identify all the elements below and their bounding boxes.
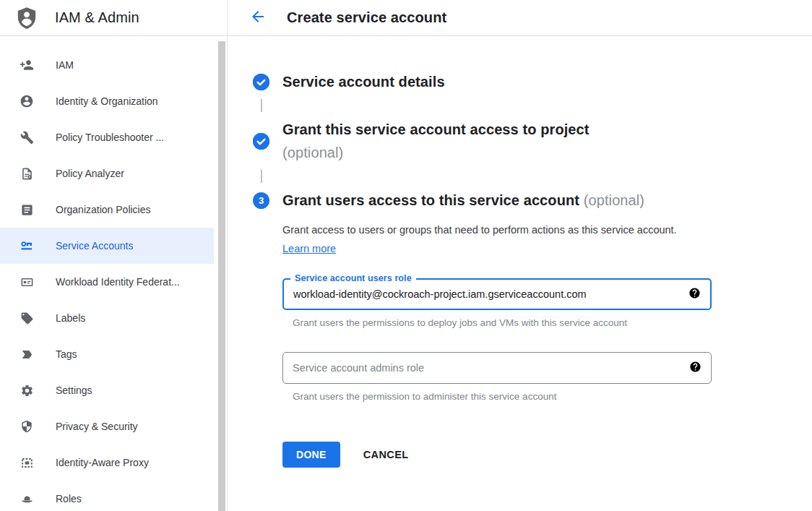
account-circle-icon xyxy=(20,94,34,108)
step-1-title: Service account details xyxy=(282,70,445,93)
sidebar-item-policy-analyzer[interactable]: Policy Analyzer xyxy=(0,155,214,192)
sidebar-header: IAM & Admin xyxy=(0,0,227,36)
sidebar-item-label: Policy Troubleshooter ... xyxy=(56,132,164,143)
step-2-optional-label: (optional) xyxy=(282,141,589,164)
sidebar: IAM & Admin IAM Identity & Organization … xyxy=(0,0,228,511)
sidebar-item-label: Service Accounts xyxy=(56,240,133,252)
cancel-button[interactable]: CANCEL xyxy=(362,442,410,468)
service-account-users-role-field: Service account users role xyxy=(282,278,712,310)
sidebar-item-label: Identity & Organization xyxy=(56,95,158,107)
step-connector xyxy=(261,170,262,183)
step-2-check-icon xyxy=(253,133,269,150)
step-1-check-icon xyxy=(253,74,269,90)
person-add-icon xyxy=(20,58,34,72)
step-connector xyxy=(261,99,262,112)
sidebar-item-tags[interactable]: Tags xyxy=(0,336,214,372)
page-title: Create service account xyxy=(287,9,446,26)
sidebar-item-identity-organization[interactable]: Identity & Organization xyxy=(0,83,214,119)
step-3-body: Grant access to users or groups that nee… xyxy=(282,220,812,468)
service-account-admins-role-field xyxy=(282,352,712,384)
policy-analyzer-icon xyxy=(20,166,34,181)
step-3-description: Grant access to users or groups that nee… xyxy=(282,220,687,258)
done-button[interactable]: DONE xyxy=(282,442,340,468)
sidebar-item-label: Labels xyxy=(56,312,85,324)
tag-arrow-icon xyxy=(20,347,34,361)
sidebar-nav: IAM Identity & Organization Policy Troub… xyxy=(0,36,227,511)
step-3-number-badge: 3 xyxy=(253,192,269,209)
sidebar-item-label: Workload Identity Federat... xyxy=(56,276,180,288)
page-header: Create service account xyxy=(228,0,812,36)
back-button[interactable] xyxy=(249,9,267,27)
sidebar-item-roles[interactable]: Roles xyxy=(0,481,214,511)
users-role-input[interactable] xyxy=(293,288,679,300)
label-icon xyxy=(20,311,34,325)
gear-icon xyxy=(20,383,34,398)
help-icon xyxy=(688,287,701,301)
users-role-helper-text: Grant users the permissions to deploy jo… xyxy=(293,317,812,328)
sidebar-item-labels[interactable]: Labels xyxy=(0,300,214,336)
create-service-account-form: Service account details Grant this servi… xyxy=(228,36,812,468)
sidebar-item-policy-troubleshooter[interactable]: Policy Troubleshooter ... xyxy=(0,119,214,155)
arrow-back-icon xyxy=(249,8,267,27)
sidebar-item-label: Identity-Aware Proxy xyxy=(56,457,149,468)
sidebar-item-label: Policy Analyzer xyxy=(56,168,124,179)
help-icon xyxy=(689,361,701,375)
sidebar-scrollbar[interactable] xyxy=(218,41,225,511)
sidebar-item-label: Roles xyxy=(56,493,82,504)
badge-icon xyxy=(20,275,34,289)
users-role-help-button[interactable] xyxy=(688,288,701,301)
sidebar-item-label: Tags xyxy=(56,348,77,360)
shield-person-icon xyxy=(14,4,40,32)
wrench-icon xyxy=(20,130,34,145)
learn-more-link[interactable]: Learn more xyxy=(282,243,336,254)
admins-role-help-button[interactable] xyxy=(688,361,701,374)
step-1-row[interactable]: Service account details xyxy=(253,70,812,93)
sidebar-item-label: Privacy & Security xyxy=(56,421,138,432)
sidebar-item-label: IAM xyxy=(56,59,74,71)
sidebar-item-workload-identity-federation[interactable]: Workload Identity Federat... xyxy=(0,264,214,300)
step-3-description-text: Grant access to users or groups that nee… xyxy=(282,224,677,236)
article-icon xyxy=(20,202,34,217)
step-3-title: Grant users access to this service accou… xyxy=(282,189,644,212)
shield-half-icon xyxy=(20,419,34,434)
sidebar-item-privacy-security[interactable]: Privacy & Security xyxy=(0,408,214,445)
main-panel: Create service account Service account d… xyxy=(228,0,812,511)
form-actions: DONE CANCEL xyxy=(282,442,812,468)
step-2-title: Grant this service account access to pro… xyxy=(282,118,589,164)
sidebar-item-label: Settings xyxy=(56,385,92,396)
sidebar-item-iam[interactable]: IAM xyxy=(0,47,214,83)
product-title: IAM & Admin xyxy=(55,9,139,26)
service-account-key-icon xyxy=(20,239,34,253)
sidebar-item-organization-policies[interactable]: Organization Policies xyxy=(0,192,214,228)
sidebar-item-label: Organization Policies xyxy=(56,204,151,215)
hat-icon xyxy=(20,491,34,506)
step-3-number: 3 xyxy=(259,195,264,206)
step-3-optional-label: (optional) xyxy=(584,192,644,208)
admins-role-helper-text: Grant users the permission to administer… xyxy=(293,391,812,402)
step-2-row[interactable]: Grant this service account access to pro… xyxy=(253,118,812,164)
step-3-row: 3 Grant users access to this service acc… xyxy=(253,189,812,212)
users-role-field-label: Service account users role xyxy=(290,273,416,283)
admins-role-input[interactable] xyxy=(293,362,680,374)
sidebar-item-identity-aware-proxy[interactable]: Identity-Aware Proxy xyxy=(0,445,214,481)
sidebar-item-settings[interactable]: Settings xyxy=(0,372,214,408)
step-2-title-text: Grant this service account access to pro… xyxy=(282,118,589,141)
sidebar-item-service-accounts[interactable]: Service Accounts xyxy=(0,228,214,264)
step-3-title-text: Grant users access to this service accou… xyxy=(282,192,579,208)
iap-icon xyxy=(20,455,34,470)
